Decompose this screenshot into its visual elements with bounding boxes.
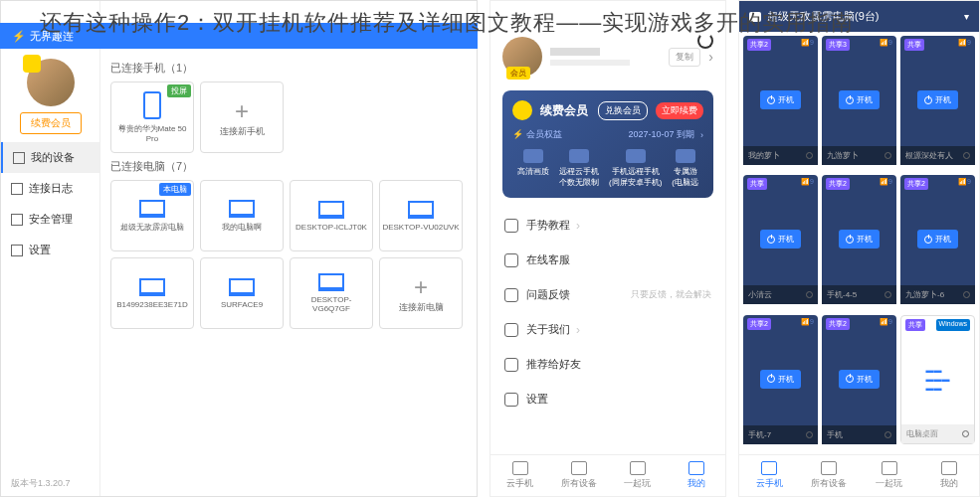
share-tag: 共享 xyxy=(905,319,925,331)
device-card-pc[interactable]: DESKTOP-VU02UVK xyxy=(379,180,463,251)
menu-item[interactable]: 关于我们› xyxy=(490,312,725,347)
device-name: 电脑桌面 xyxy=(906,428,938,439)
nav-label: 所有设备 xyxy=(811,477,847,490)
version-label: 版本号1.3.20.7 xyxy=(1,471,99,496)
power-icon xyxy=(846,96,854,104)
nav-item[interactable]: 一起玩 xyxy=(608,461,667,490)
pc-icon xyxy=(318,273,344,291)
nav-label: 我的 xyxy=(687,477,705,490)
sidebar-item-logs[interactable]: 连接日志 xyxy=(1,173,99,204)
device-card-pc[interactable]: 本电脑超级无敌霹雳电脑 xyxy=(110,180,194,251)
cloud-device-card[interactable]: 共享2📶9开机我的萝卜 xyxy=(743,36,818,165)
share-tag: 共享2 xyxy=(826,318,850,330)
cloud-device-card[interactable]: 共享2📶9开机九游萝卜-6 xyxy=(900,175,975,304)
power-button[interactable]: 开机 xyxy=(917,230,958,248)
expire-date: 2027-10-07 到期 xyxy=(628,128,694,141)
device-name: 尊贵的华为Mate 50 Pro xyxy=(111,123,193,143)
sidebar-item-devices[interactable]: 我的设备 xyxy=(1,142,99,173)
device-name: 手机-7 xyxy=(748,429,771,440)
power-button[interactable]: 开机 xyxy=(760,370,801,389)
device-card-pc[interactable]: 我的电脑啊 xyxy=(200,180,284,251)
nav-item[interactable]: 云手机 xyxy=(490,461,549,490)
power-button[interactable]: 开机 xyxy=(839,230,880,248)
more-icon[interactable] xyxy=(806,291,813,298)
sidebar-item-settings[interactable]: 设置 xyxy=(1,235,99,265)
nav-label: 所有设备 xyxy=(561,477,597,490)
menu-item[interactable]: 在线客服 xyxy=(490,243,725,277)
nav-item[interactable]: 我的 xyxy=(667,461,725,490)
power-icon xyxy=(846,236,854,244)
cloud-device-card[interactable]: 共享2📶9开机手机-4-5 xyxy=(822,175,896,304)
device-content: 已连接手机（1） 投屏尊贵的华为Mate 50 Pro+连接新手机 已连接电脑（… xyxy=(100,1,477,496)
nav-item[interactable]: 云手机 xyxy=(739,461,799,490)
feature-icon xyxy=(676,149,695,163)
cloud-device-card[interactable]: 共享3📶9开机九游萝卜 xyxy=(822,36,896,165)
exchange-button[interactable]: 兑换会员 xyxy=(598,101,648,120)
signal-icon: 📶9 xyxy=(880,39,892,51)
chevron-right-icon: › xyxy=(576,219,580,233)
more-icon[interactable] xyxy=(962,430,969,437)
more-icon[interactable] xyxy=(963,291,970,298)
renew-member-button[interactable]: 续费会员 xyxy=(20,112,82,134)
cloud-device-card[interactable]: 共享📶9开机根源深处有人 xyxy=(900,36,975,165)
more-icon[interactable] xyxy=(963,152,970,159)
member-title: 续费会员 xyxy=(540,102,590,119)
sidebar-item-security[interactable]: 安全管理 xyxy=(1,204,99,235)
cast-tag: 投屏 xyxy=(167,84,191,97)
nav-item[interactable]: 一起玩 xyxy=(860,461,919,490)
cloud-device-card[interactable]: 共享2📶9开机手机 xyxy=(822,315,896,444)
power-button[interactable]: 开机 xyxy=(839,90,880,109)
pcs-section-label: 已连接电脑（7） xyxy=(110,159,467,174)
nav-item[interactable]: 我的 xyxy=(919,461,979,490)
user-name-block xyxy=(550,48,661,66)
device-card-pc[interactable]: SURFACE9 xyxy=(200,257,284,329)
menu-item[interactable]: 问题反馈只要反馈，就会解决 xyxy=(490,277,725,312)
device-name: DESKTOP-ICLJT0K xyxy=(294,223,369,232)
power-button[interactable]: 开机 xyxy=(917,90,958,109)
member-card[interactable]: 续费会员 兑换会员 立即续费 ⚡ 会员权益 2027-10-07 到期 › 高清… xyxy=(502,90,713,198)
menu-item[interactable]: 手势教程› xyxy=(490,208,725,243)
device-card-pc[interactable]: DESKTOP-ICLJT0K xyxy=(290,180,373,251)
device-card-phone[interactable]: +连接新手机 xyxy=(200,82,284,153)
power-icon xyxy=(767,375,775,383)
cloud-device-card[interactable]: 共享Windows▬▬▬▬▬▬▬电脑桌面 xyxy=(900,315,975,444)
feature-label: 高清画质 xyxy=(517,166,549,177)
device-name: DESKTOP-VU02UVK xyxy=(380,223,461,232)
crown-icon xyxy=(512,100,532,120)
device-name: 手机 xyxy=(827,429,843,440)
more-icon[interactable] xyxy=(884,431,891,438)
mobile-app-mine: 会员 复制 › 续费会员 兑换会员 立即续费 ⚡ 会员权益 2027-10-07… xyxy=(490,0,726,497)
device-card-pc[interactable]: +连接新电脑 xyxy=(379,257,463,329)
signal-icon: 📶9 xyxy=(801,39,814,51)
nav-icon xyxy=(882,461,897,475)
power-button[interactable]: 开机 xyxy=(760,90,801,109)
cloud-device-card[interactable]: 共享📶9开机小清云 xyxy=(743,175,818,304)
cloud-device-card[interactable]: 共享2📶9开机手机-7 xyxy=(743,315,818,444)
more-icon[interactable] xyxy=(806,152,813,159)
signal-icon: 📶9 xyxy=(880,178,892,190)
nav-icon xyxy=(941,461,957,475)
plus-icon: + xyxy=(235,97,249,125)
sidebar-item-label: 连接日志 xyxy=(29,181,73,196)
power-button[interactable]: 开机 xyxy=(760,230,801,248)
device-card-phone[interactable]: 投屏尊贵的华为Mate 50 Pro xyxy=(110,82,194,153)
renew-button[interactable]: 立即续费 xyxy=(656,102,703,119)
power-button[interactable]: 开机 xyxy=(839,370,880,389)
nav-item[interactable]: 所有设备 xyxy=(549,461,608,490)
more-icon[interactable] xyxy=(884,152,891,159)
device-card-pc[interactable]: B1499238EE3E71D xyxy=(110,257,194,329)
nav-item[interactable]: 所有设备 xyxy=(799,461,859,490)
power-icon xyxy=(924,96,932,104)
more-icon[interactable] xyxy=(806,431,813,438)
device-name: 手机-4-5 xyxy=(827,289,857,300)
device-card-pc[interactable]: DESKTOP-VG6Q7GF xyxy=(290,257,373,329)
menu-icon xyxy=(504,358,518,372)
menu-item[interactable]: 设置 xyxy=(490,382,725,416)
copy-button[interactable]: 复制 xyxy=(669,48,700,67)
signal-icon: 📶9 xyxy=(958,178,971,190)
menu-item[interactable]: 推荐给好友 xyxy=(490,347,725,382)
more-icon[interactable] xyxy=(884,291,891,298)
share-tag: 共享2 xyxy=(826,178,850,190)
user-avatar-box[interactable]: 续费会员 xyxy=(1,51,99,142)
avatar xyxy=(27,59,75,106)
